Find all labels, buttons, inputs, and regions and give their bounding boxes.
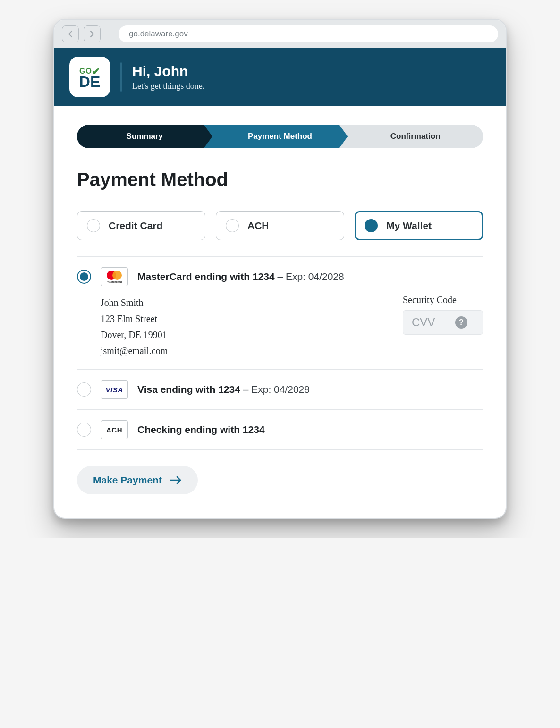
security-code-block: Security Code ? [403, 295, 483, 359]
wallet-item-title: Visa ending with 1234 – Exp: 04/2028 [137, 384, 310, 395]
billing-email: jsmit@email.com [101, 343, 168, 359]
wallet-item-header[interactable]: VISA Visa ending with 1234 – Exp: 04/202… [77, 380, 483, 399]
mastercard-logo-icon: mastercard [101, 267, 128, 286]
type-ach[interactable]: ACH [216, 211, 344, 240]
button-label: Make Payment [93, 474, 162, 486]
wallet-item-title: Checking ending with 1234 [137, 424, 265, 435]
step-label: Summary [127, 132, 163, 141]
security-code-input[interactable] [411, 315, 449, 330]
wallet-item-visa: VISA Visa ending with 1234 – Exp: 04/202… [77, 370, 483, 409]
arrow-right-icon [170, 476, 182, 484]
step-confirmation[interactable]: Confirmation [339, 125, 483, 148]
card-name: Checking ending with 1234 [137, 424, 265, 435]
type-label: Credit Card [109, 220, 162, 231]
radio-icon [226, 219, 239, 232]
type-label: ACH [247, 220, 269, 231]
ach-logo-icon: ACH [101, 420, 128, 439]
billing-city: Dover, DE 19901 [101, 327, 168, 343]
chevron-left-icon [68, 30, 73, 38]
page-title: Payment Method [77, 169, 483, 190]
radio-icon [77, 423, 91, 437]
billing-info: John Smith 123 Elm Street Dover, DE 1990… [101, 295, 168, 359]
radio-icon [77, 270, 91, 284]
wallet-item-details: John Smith 123 Elm Street Dover, DE 1990… [77, 295, 483, 359]
step-summary[interactable]: Summary [77, 125, 212, 148]
step-label: Confirmation [390, 132, 441, 141]
back-button[interactable] [62, 25, 79, 42]
address-bar[interactable]: go.delaware.gov [119, 25, 498, 42]
wallet-item-ach: ACH Checking ending with 1234 [77, 410, 483, 449]
help-icon[interactable]: ? [455, 316, 467, 329]
main-content: Summary Payment Method Confirmation Paym… [54, 106, 506, 518]
card-expiry: – Exp: 04/2028 [240, 384, 310, 395]
radio-icon [77, 382, 91, 397]
make-payment-button[interactable]: Make Payment [77, 466, 198, 494]
url-text: go.delaware.gov [129, 29, 188, 39]
card-expiry: – Exp: 04/2028 [275, 271, 344, 282]
site-logo: GO✔ DE [69, 57, 110, 97]
greeting: Hi, John [132, 63, 204, 79]
visa-logo-icon: VISA [101, 380, 128, 399]
forward-button[interactable] [84, 25, 101, 42]
greeting-subtitle: Let's get things done. [132, 81, 204, 91]
payment-type-selector: Credit Card ACH My Wallet [77, 211, 483, 240]
type-my-wallet[interactable]: My Wallet [355, 211, 483, 240]
divider [77, 449, 483, 450]
step-payment-method[interactable]: Payment Method [204, 125, 348, 148]
security-code-field: ? [403, 310, 483, 335]
chevron-right-icon [89, 30, 95, 38]
billing-name: John Smith [101, 295, 168, 311]
radio-icon [365, 219, 378, 232]
billing-street: 123 Elm Street [101, 311, 168, 327]
radio-icon [87, 219, 100, 232]
browser-chrome: go.delaware.gov [54, 20, 506, 48]
type-credit-card[interactable]: Credit Card [77, 211, 205, 240]
step-label: Payment Method [248, 132, 312, 141]
site-header: GO✔ DE Hi, John Let's get things done. [54, 48, 506, 106]
wallet-item-header[interactable]: mastercard MasterCard ending with 1234 –… [77, 267, 483, 286]
wallet-item-mastercard: mastercard MasterCard ending with 1234 –… [77, 257, 483, 369]
wallet-item-title: MasterCard ending with 1234 – Exp: 04/20… [137, 271, 344, 282]
logo-text-bottom: DE [79, 75, 100, 89]
divider [120, 62, 122, 92]
card-name: Visa ending with 1234 [137, 384, 240, 395]
app-window: go.delaware.gov GO✔ DE Hi, John Let's ge… [53, 19, 507, 519]
card-name: MasterCard ending with 1234 [137, 271, 275, 282]
wallet-item-header[interactable]: ACH Checking ending with 1234 [77, 420, 483, 439]
progress-steps: Summary Payment Method Confirmation [77, 125, 483, 148]
security-code-label: Security Code [403, 295, 483, 305]
type-label: My Wallet [386, 220, 432, 231]
check-icon: ✔ [92, 67, 100, 76]
